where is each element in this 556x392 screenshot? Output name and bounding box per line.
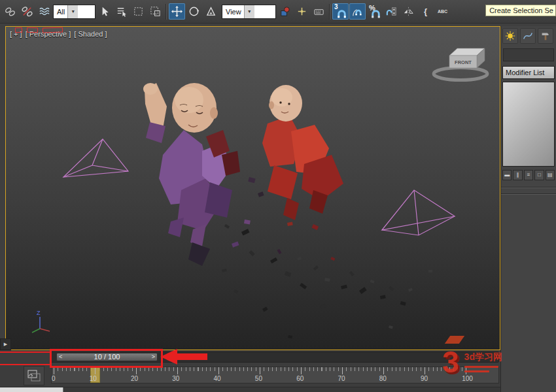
ruler-label: 30	[172, 375, 179, 382]
ruler-label: 60	[296, 375, 304, 382]
ruler-label: 50	[255, 375, 262, 382]
right-tetrahedron-wireframe	[382, 190, 455, 235]
ruler-label: 90	[421, 375, 428, 382]
snap-toggle-3d-icon[interactable]: 3	[332, 3, 349, 20]
configure-modifier-sets-button[interactable]: ▤	[546, 170, 555, 180]
select-and-manipulate-icon[interactable]	[294, 3, 310, 20]
timeline-ruler[interactable]: 0 10 20 30 40 50 60 70 80 90 100	[51, 367, 499, 384]
left-tetrahedron-wireframe	[63, 139, 128, 177]
chevron-down-icon: ▾	[67, 5, 78, 18]
unlink-selection-icon[interactable]	[19, 3, 35, 20]
ruler-label: 10	[90, 375, 97, 382]
percent-snap-icon[interactable]: %	[366, 3, 383, 20]
select-and-link-icon[interactable]	[2, 3, 18, 20]
top-toolbar: All▾ View▾ 3 % { ABC Create Selection Se	[0, 0, 556, 24]
create-selection-set-tooltip: Create Selection Se	[485, 5, 556, 16]
track-bar: 0 10 20 30 40 50 60 70 80 90 100	[0, 365, 500, 387]
ruler-label: 40	[214, 375, 221, 382]
remove-modifier-button[interactable]: □	[534, 170, 544, 180]
brace-icon[interactable]: {	[417, 3, 434, 20]
left-figure	[143, 83, 240, 266]
toolbar-separator	[165, 4, 167, 20]
modifier-list-dropdown[interactable]: Modifier List	[502, 66, 555, 79]
sun-icon[interactable]	[502, 28, 518, 44]
mirror-icon[interactable]	[400, 3, 417, 20]
ruler-labels: 0 10 20 30 40 50 60 70 80 90 100	[52, 375, 473, 382]
show-end-result-button[interactable]: ∥	[513, 170, 522, 180]
watermark-cube-icon	[445, 336, 464, 344]
chevron-down-icon: ▾	[244, 5, 254, 18]
modifier-stack-toolbar: ▬ ∥ ≡ □ ▤	[501, 167, 556, 182]
ruler-label: 0	[52, 375, 56, 382]
panel-divider	[501, 193, 556, 195]
watermark-logo: 3 3d学习网	[438, 335, 526, 389]
curve-icon[interactable]	[520, 28, 536, 44]
spinner-snap-icon[interactable]	[383, 3, 400, 20]
viewcube[interactable]: FRONT	[434, 48, 487, 80]
select-by-name-icon[interactable]	[113, 3, 130, 20]
select-and-scale-icon[interactable]	[203, 3, 219, 20]
viewport-shading-menu[interactable]: [ Shaded ]	[74, 30, 107, 38]
command-panel-tabs	[501, 26, 556, 46]
named-selection-sets-icon[interactable]: ABC	[434, 3, 451, 20]
status-bar	[0, 387, 500, 392]
ruler-label: 20	[131, 375, 138, 382]
watermark-glyph: 3	[442, 347, 459, 377]
mini-curve-editor-button[interactable]	[24, 366, 44, 385]
select-object-icon[interactable]	[96, 3, 113, 20]
right-figure	[262, 85, 343, 220]
annotation-arrow	[160, 348, 208, 367]
red-annotation-scribble	[15, 27, 63, 33]
z-axis-label: Z	[37, 310, 41, 316]
perspective-viewport[interactable]: FRONT Z [ + ] [ Perspective ] [ Shaded ]	[5, 26, 500, 350]
panel-divider	[501, 187, 556, 188]
bind-to-spacewarp-icon[interactable]	[36, 3, 52, 20]
hammer-icon[interactable]	[538, 28, 553, 44]
angle-snap-icon[interactable]	[349, 3, 366, 20]
pin-stack-button[interactable]: ▬	[502, 170, 512, 180]
annotation-box-slider	[50, 349, 163, 368]
object-name-field[interactable]	[503, 48, 554, 61]
reference-coordinate-value: View	[226, 8, 241, 16]
annotation-box-left	[0, 351, 51, 365]
select-and-move-icon[interactable]	[169, 3, 185, 20]
rectangular-selection-region-icon[interactable]	[130, 3, 147, 20]
keyboard-override-icon[interactable]	[311, 3, 327, 20]
maxscript-mini-listener[interactable]	[0, 387, 63, 392]
timeline-scale: 0 10 20 30 40 50 60 70 80 90 100	[54, 367, 466, 383]
ruler-label: 70	[338, 375, 345, 382]
3dsmax-window: All▾ View▾ 3 % { ABC Create Selection Se	[0, 0, 556, 392]
flyout-arrow-icon: ▶	[4, 342, 7, 347]
scene-render: FRONT Z	[6, 27, 500, 350]
toolbar-separator	[329, 4, 330, 20]
modifier-list-label: Modifier List	[506, 69, 544, 76]
select-and-rotate-icon[interactable]	[186, 3, 202, 20]
reference-coordinate-dropdown[interactable]: View▾	[222, 5, 276, 19]
make-unique-button[interactable]: ≡	[524, 170, 533, 180]
modifier-stack-list[interactable]	[502, 82, 555, 167]
viewport-layout-flyout[interactable]: ▶	[0, 338, 11, 350]
window-crossing-icon[interactable]	[147, 3, 164, 20]
selection-filter-dropdown[interactable]: All▾	[53, 5, 96, 19]
viewcube-front-face[interactable]: FRONT	[455, 59, 472, 65]
watermark-text: 3d学习网	[464, 351, 502, 372]
ruler-label: 80	[379, 375, 387, 382]
use-pivot-point-center-icon[interactable]	[277, 3, 293, 20]
selection-filter-value: All	[57, 8, 65, 16]
world-axis-gizmo: Z	[32, 310, 50, 333]
